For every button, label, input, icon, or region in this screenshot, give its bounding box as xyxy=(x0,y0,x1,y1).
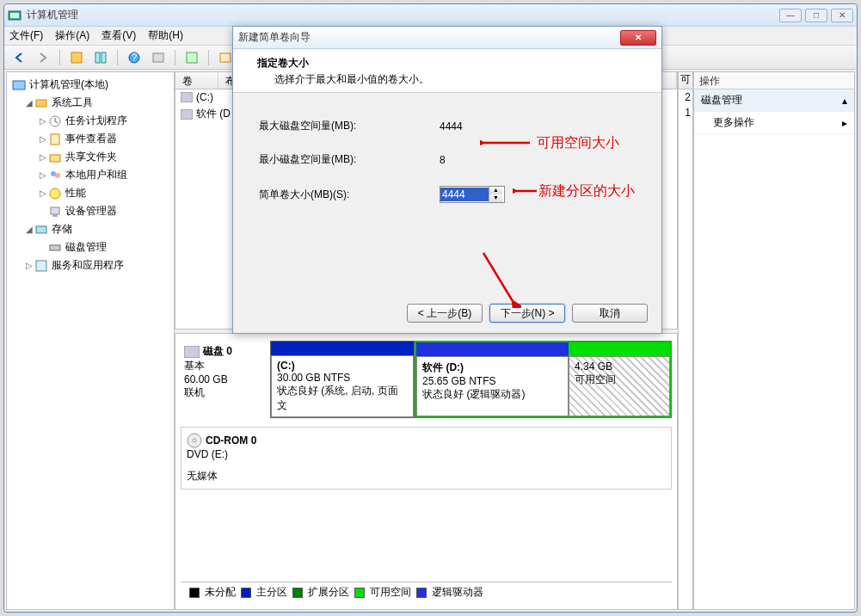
next-button[interactable]: 下一步(N) > xyxy=(489,304,565,323)
titlebar: 计算机管理 — □ ✕ xyxy=(4,4,857,27)
tree-root[interactable]: 计算机管理(本地) xyxy=(9,76,172,94)
tree-disk-mgmt[interactable]: 磁盘管理 xyxy=(9,238,172,256)
collapse-icon[interactable]: ◢ xyxy=(24,225,34,234)
wizard-dialog: 新建简单卷向导 ✕ 指定卷大小 选择介于最大和最小值的卷大小。 最大磁盘空间量(… xyxy=(232,26,662,334)
svg-point-27 xyxy=(193,439,196,442)
dialog-subheading: 选择介于最大和最小值的卷大小。 xyxy=(257,71,644,87)
svg-text:?: ? xyxy=(132,52,138,64)
tree-event-viewer[interactable]: ▷ 事件查看器 xyxy=(9,130,172,148)
svg-rect-10 xyxy=(13,81,25,89)
expand-icon[interactable]: ▷ xyxy=(38,116,48,126)
expand-icon[interactable]: ▷ xyxy=(38,152,48,162)
col-volume[interactable]: 卷 xyxy=(175,72,218,89)
minimize-button[interactable]: — xyxy=(779,9,802,22)
maximize-button[interactable]: □ xyxy=(805,9,827,22)
expand-icon[interactable]: ▷ xyxy=(24,261,34,270)
cancel-button[interactable]: 取消 xyxy=(572,304,648,323)
legend: 未分配 主分区 扩展分区 可用空间 逻辑驱动器 xyxy=(181,582,672,602)
actions-panel: 操作 磁盘管理 ▴ 更多操作 ▸ xyxy=(693,71,855,610)
expand-icon[interactable]: ▷ xyxy=(38,188,48,198)
tool-icon[interactable] xyxy=(149,48,168,67)
svg-point-16 xyxy=(55,173,60,178)
svg-point-17 xyxy=(50,188,60,199)
size-label: 简单卷大小(MB)(S): xyxy=(259,188,440,202)
tree-system-tools[interactable]: ◢ 系统工具 xyxy=(9,94,172,112)
forward-button[interactable] xyxy=(34,48,52,67)
svg-rect-20 xyxy=(36,226,46,233)
svg-rect-25 xyxy=(184,346,200,358)
help-icon[interactable]: ? xyxy=(125,48,144,67)
svg-rect-13 xyxy=(51,134,59,145)
expand-icon[interactable]: ▷ xyxy=(38,170,48,180)
min-space-value: 8 xyxy=(440,154,446,166)
tool-icon[interactable] xyxy=(91,48,110,67)
tool-icon[interactable] xyxy=(182,48,201,67)
tool-icon[interactable] xyxy=(67,48,86,67)
partition-c[interactable]: (C:) 30.00 GB NTFS 状态良好 (系统, 启动, 页面文 xyxy=(270,341,415,418)
volume-icon xyxy=(181,92,193,102)
tree-panel: 计算机管理(本地) ◢ 系统工具 ▷ 任务计划程序 ▷ 事件查看器 xyxy=(6,71,175,610)
svg-rect-8 xyxy=(187,52,197,63)
actions-header: 操作 xyxy=(694,72,854,89)
disk-row: CD-ROM 0 DVD (E:) 无媒体 xyxy=(181,427,672,490)
volume-icon xyxy=(181,109,193,120)
tree-performance[interactable]: ▷ 性能 xyxy=(9,184,172,202)
action-disk-mgmt[interactable]: 磁盘管理 ▴ xyxy=(694,89,854,112)
dialog-title: 新建简单卷向导 xyxy=(238,30,620,45)
svg-rect-7 xyxy=(153,53,163,62)
disk-row: 磁盘 0 基本 60.00 GB 联机 (C:) 30.00 GB NTFS xyxy=(181,341,672,418)
app-icon xyxy=(8,9,22,22)
max-space-label: 最大磁盘空间量(MB): xyxy=(259,119,440,133)
tree-shared-folders[interactable]: ▷ 共享文件夹 xyxy=(9,148,172,166)
svg-rect-14 xyxy=(50,155,60,162)
collapse-icon: ▴ xyxy=(842,95,847,107)
partition-free[interactable]: 4.34 GB 可用空间 xyxy=(569,342,670,416)
menu-file[interactable]: 文件(F) xyxy=(9,28,43,43)
partition-d[interactable]: 软件 (D:) 25.65 GB NTFS 状态良好 (逻辑驱动器) xyxy=(416,342,569,416)
dialog-titlebar: 新建简单卷向导 ✕ xyxy=(233,27,661,49)
expand-icon[interactable]: ▷ xyxy=(38,134,48,144)
menu-action[interactable]: 操作(A) xyxy=(55,28,89,43)
tree-storage[interactable]: ◢ 存储 xyxy=(9,220,172,238)
spinner-down-icon[interactable]: ▼ xyxy=(489,194,502,202)
svg-rect-1 xyxy=(10,13,19,18)
disk-icon xyxy=(184,346,200,358)
svg-rect-2 xyxy=(71,52,82,63)
svg-rect-23 xyxy=(181,92,193,102)
cdrom-icon xyxy=(187,433,202,448)
action-more[interactable]: 更多操作 ▸ xyxy=(694,112,854,134)
svg-rect-4 xyxy=(101,52,106,63)
size-spinner[interactable]: ▲ ▼ xyxy=(440,186,505,203)
spinner-up-icon[interactable]: ▲ xyxy=(489,187,502,194)
tree-local-users[interactable]: ▷ 本地用户和组 xyxy=(9,166,172,184)
window-title: 计算机管理 xyxy=(27,8,779,22)
menu-view[interactable]: 查看(V) xyxy=(101,28,136,43)
close-button[interactable]: ✕ xyxy=(831,9,853,22)
svg-rect-24 xyxy=(181,109,193,120)
back-button[interactable]: < 上一步(B) xyxy=(407,304,483,323)
back-button[interactable] xyxy=(9,48,28,67)
cdrom-label[interactable]: CD-ROM 0 DVD (E:) 无媒体 xyxy=(181,427,672,490)
collapse-icon[interactable]: ◢ xyxy=(24,98,34,108)
svg-rect-18 xyxy=(51,207,59,214)
menu-help[interactable]: 帮助(H) xyxy=(148,28,183,43)
tree-task-scheduler[interactable]: ▷ 任务计划程序 xyxy=(9,112,172,130)
chevron-right-icon: ▸ xyxy=(842,117,847,129)
svg-rect-21 xyxy=(50,245,60,250)
max-space-value: 4444 xyxy=(440,120,463,132)
svg-rect-22 xyxy=(36,261,46,271)
size-input[interactable] xyxy=(440,188,489,201)
tree-device-mgr[interactable]: 设备管理器 xyxy=(9,202,172,220)
svg-rect-3 xyxy=(95,52,100,63)
min-space-label: 最小磁盘空间量(MB): xyxy=(259,152,440,167)
dialog-close-button[interactable]: ✕ xyxy=(620,30,656,46)
svg-rect-11 xyxy=(36,100,46,107)
tree-services[interactable]: ▷ 服务和应用程序 xyxy=(9,256,172,274)
disk-view: 磁盘 0 基本 60.00 GB 联机 (C:) 30.00 GB NTFS xyxy=(175,333,678,610)
disk-label[interactable]: 磁盘 0 基本 60.00 GB 联机 xyxy=(181,341,270,418)
svg-rect-9 xyxy=(220,53,231,62)
svg-rect-19 xyxy=(52,214,58,217)
dialog-heading: 指定卷大小 xyxy=(257,56,644,71)
